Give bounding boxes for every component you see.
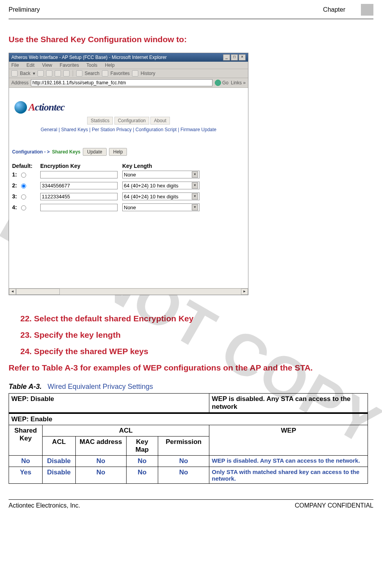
caption-text: Wired Equivalent Privacy Settings bbox=[48, 383, 153, 390]
default-radio-4[interactable] bbox=[21, 205, 26, 210]
key-row-2: 2: 64 (40+24) 10 hex digits▼ bbox=[12, 180, 245, 191]
shared-keys-table: Default: Encryption Key Key Length 1: No… bbox=[12, 163, 245, 213]
wep-disable-desc: WEP is disabled. Any STA can access to t… bbox=[209, 394, 368, 413]
address-input[interactable] bbox=[31, 79, 212, 86]
header-page-box bbox=[361, 4, 373, 16]
scroll-track[interactable] bbox=[60, 289, 241, 294]
default-radio-3[interactable] bbox=[21, 194, 26, 200]
cell-shared: Yes bbox=[9, 467, 43, 484]
brand-text: Actiontec bbox=[29, 102, 64, 113]
menu-edit[interactable]: Edit bbox=[27, 62, 35, 68]
menu-view[interactable]: View bbox=[42, 62, 52, 68]
chevron-down-icon: ▼ bbox=[192, 204, 198, 210]
key-length-select-3[interactable]: 64 (40+24) 10 hex digits▼ bbox=[122, 192, 200, 200]
ie-menubar: File Edit View Favorites Tools Help bbox=[9, 62, 248, 69]
menu-favorites[interactable]: Favorites bbox=[60, 62, 79, 68]
back-label[interactable]: Back bbox=[20, 71, 30, 76]
help-button[interactable]: Help bbox=[109, 148, 127, 156]
wep-disable-label: WEP: Disable bbox=[9, 394, 209, 413]
brand-logo-area: Actiontec bbox=[14, 101, 243, 114]
menu-file[interactable]: File bbox=[11, 62, 19, 68]
default-radio-1[interactable] bbox=[21, 173, 26, 178]
tab-about[interactable]: About bbox=[150, 117, 170, 125]
header-right: Chapter bbox=[323, 6, 345, 13]
maximize-icon[interactable]: □ bbox=[231, 54, 238, 61]
cell-acl: Disable bbox=[43, 467, 75, 484]
tab-configuration[interactable]: Configuration bbox=[114, 117, 149, 125]
th-wep: WEP bbox=[209, 425, 368, 456]
update-button[interactable]: Update bbox=[83, 148, 107, 156]
col-default: Default: bbox=[12, 163, 40, 169]
row-number: 4: bbox=[12, 204, 17, 210]
tabs-secondary[interactable]: General | Shared Keys | Per Station Priv… bbox=[12, 127, 245, 132]
horizontal-scrollbar[interactable]: ◄ ► bbox=[9, 288, 248, 295]
encryption-key-input-2[interactable] bbox=[40, 182, 118, 189]
favorites-icon[interactable] bbox=[102, 70, 108, 77]
th-acl: ACL bbox=[43, 437, 75, 456]
chevron-down-icon: ▼ bbox=[192, 171, 198, 178]
history-icon[interactable] bbox=[132, 70, 138, 77]
cell-keymap: No bbox=[126, 456, 158, 467]
footer-right: COMPANY CONFIDENTIAL bbox=[295, 502, 373, 509]
cell-permission: No bbox=[158, 467, 209, 484]
key-length-select-1[interactable]: None▼ bbox=[122, 171, 200, 178]
go-icon bbox=[215, 80, 221, 86]
tabs-primary: Statistics Configuration About bbox=[12, 117, 245, 125]
back-icon[interactable] bbox=[11, 70, 18, 77]
menu-help[interactable]: Help bbox=[105, 62, 115, 68]
address-label: Address bbox=[11, 80, 29, 86]
tab-statistics[interactable]: Statistics bbox=[87, 117, 113, 125]
table-caption: Table A-3. Wired Equivalent Privacy Sett… bbox=[9, 383, 373, 391]
menu-tools[interactable]: Tools bbox=[86, 62, 97, 68]
th-mac: MAC address bbox=[75, 437, 126, 456]
actiontec-logo-icon bbox=[14, 101, 27, 114]
home-icon[interactable] bbox=[63, 70, 70, 77]
key-length-select-2[interactable]: 64 (40+24) 10 hex digits▼ bbox=[122, 182, 200, 189]
row-number: 3: bbox=[12, 193, 17, 200]
search-icon[interactable] bbox=[76, 70, 82, 77]
th-keymap: Key Map bbox=[126, 437, 158, 456]
favorites-label[interactable]: Favorites bbox=[111, 71, 130, 76]
cell-acl: Disable bbox=[43, 456, 75, 467]
close-icon[interactable]: × bbox=[239, 54, 246, 61]
chevron-down-icon: ▼ bbox=[192, 193, 198, 200]
wep-enable-label: WEP: Enable bbox=[9, 413, 368, 425]
config-row: Configuration - > Shared Keys Update Hel… bbox=[12, 148, 245, 156]
forward-icon[interactable] bbox=[37, 70, 44, 77]
ie-address-bar: Address Go Links » bbox=[9, 78, 248, 88]
scroll-thumb[interactable] bbox=[16, 289, 60, 295]
stop-icon[interactable] bbox=[46, 70, 52, 77]
refresh-icon[interactable] bbox=[55, 70, 61, 77]
cell-permission: No bbox=[158, 456, 209, 467]
ie-content-area: Actiontec Statistics Configuration About… bbox=[9, 88, 248, 295]
refer-text: Refer to Table A-3 for examples of WEP c… bbox=[9, 363, 373, 372]
steps-list: 22. Select the default shared Encryption… bbox=[9, 314, 373, 356]
search-label[interactable]: Search bbox=[85, 71, 100, 76]
scroll-left-icon[interactable]: ◄ bbox=[9, 289, 16, 295]
history-label[interactable]: History bbox=[141, 71, 155, 76]
cell-wep-desc: WEP is disabled. Any STA can access to t… bbox=[209, 456, 368, 467]
th-permission: Permission bbox=[158, 437, 209, 456]
key-length-select-4[interactable]: None▼ bbox=[122, 203, 200, 211]
row-number: 1: bbox=[12, 171, 17, 178]
go-label: Go bbox=[222, 80, 228, 86]
default-radio-2[interactable] bbox=[21, 184, 26, 189]
row-number: 2: bbox=[12, 182, 17, 189]
cell-mac: No bbox=[75, 456, 126, 467]
links-label[interactable]: Links » bbox=[231, 80, 246, 86]
table-row: No Disable No No No WEP is disabled. Any… bbox=[9, 456, 368, 467]
encryption-key-input-3[interactable] bbox=[40, 193, 118, 200]
encryption-key-input-1[interactable] bbox=[40, 171, 118, 178]
footer-left: Actiontec Electronics, Inc. bbox=[9, 502, 80, 509]
step-24: 24. Specify the shared WEP keys bbox=[20, 347, 373, 356]
caption-label: Table A-3. bbox=[9, 383, 42, 390]
section-title: Use the Shared Key Configuration window … bbox=[9, 35, 373, 44]
minimize-icon[interactable]: _ bbox=[223, 54, 230, 61]
scroll-right-icon[interactable]: ► bbox=[241, 289, 248, 295]
th-acl-group: ACL bbox=[43, 425, 209, 437]
go-button[interactable]: Go bbox=[215, 80, 228, 86]
step-22: 22. Select the default shared Encryption… bbox=[20, 314, 373, 323]
ie-titlebar: Atheros Web Interface - AP Setup (FCC Ba… bbox=[9, 53, 248, 62]
cell-shared: No bbox=[9, 456, 43, 467]
encryption-key-input-4[interactable] bbox=[40, 204, 118, 211]
